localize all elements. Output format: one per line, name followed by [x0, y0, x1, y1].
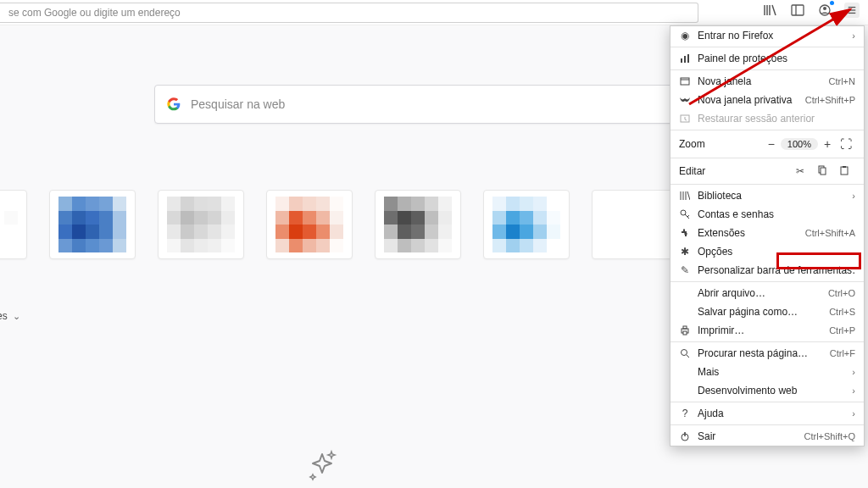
paste-icon[interactable] — [833, 165, 855, 178]
separator — [670, 69, 864, 70]
svg-rect-14 — [821, 168, 826, 175]
power-icon — [679, 431, 691, 441]
topsite-tile-empty[interactable] — [592, 190, 678, 259]
sparkle-icon — [305, 449, 339, 483]
menu-print[interactable]: Imprimir… Ctrl+P — [670, 321, 864, 340]
menu-signin[interactable]: ◉ Entrar no Firefox › — [670, 26, 864, 45]
search-placeholder: Pesquisar na web — [191, 97, 684, 111]
puzzle-icon — [679, 228, 691, 238]
hamburger-menu-icon[interactable] — [844, 3, 860, 18]
chevron-right-icon: › — [852, 385, 855, 396]
separator — [670, 47, 864, 47]
search-icon — [679, 348, 691, 358]
menu-logins[interactable]: Contas e senhas — [670, 205, 864, 224]
chevron-right-icon: › — [852, 30, 855, 41]
menu-more[interactable]: Mais › — [670, 363, 864, 381]
separator — [670, 130, 864, 130]
url-placeholder: se com Google ou digite um endereço — [8, 7, 181, 19]
app-menu-panel: ◉ Entrar no Firefox › Painel de proteçõe… — [670, 25, 865, 446]
web-search-box[interactable]: Pesquisar na web → — [154, 85, 714, 124]
zoom-in-button[interactable]: + — [818, 137, 837, 151]
address-bar[interactable]: se com Google ou digite um endereço — [0, 3, 698, 23]
menu-webdev[interactable]: Desenvolvimento web › — [670, 381, 864, 400]
library-icon[interactable] — [763, 3, 778, 18]
key-icon — [679, 209, 691, 219]
fullscreen-icon[interactable]: ⛶ — [837, 137, 855, 151]
copy-icon[interactable] — [811, 165, 833, 178]
printer-icon — [679, 325, 691, 336]
menu-new-window[interactable]: Nova janela Ctrl+N — [670, 72, 864, 91]
zoom-level[interactable]: 100% — [781, 138, 818, 150]
menu-quit[interactable]: Sair Ctrl+Shift+Q — [670, 427, 864, 446]
svg-point-3 — [823, 7, 826, 10]
topsite-tile[interactable] — [158, 190, 244, 259]
menu-find[interactable]: Procurar nesta página… Ctrl+F — [670, 344, 864, 363]
mask-icon — [679, 97, 691, 103]
chart-icon — [679, 53, 691, 64]
menu-open-file[interactable]: Abrir arquivo… Ctrl+O — [670, 284, 864, 302]
svg-rect-19 — [683, 326, 687, 329]
menu-zoom-row: Zoom − 100% + ⛶ — [670, 132, 864, 156]
brush-icon: ✎ — [679, 264, 691, 276]
chevron-right-icon: › — [852, 367, 855, 377]
separator — [670, 341, 864, 342]
svg-rect-7 — [681, 58, 682, 63]
menu-protections[interactable]: Painel de proteções — [670, 49, 864, 68]
svg-rect-9 — [687, 54, 689, 63]
svg-rect-10 — [681, 78, 689, 85]
svg-rect-15 — [841, 167, 848, 175]
menu-save-as[interactable]: Salvar página como… Ctrl+S — [670, 302, 864, 321]
library-icon — [679, 191, 691, 201]
chevron-right-icon: › — [852, 191, 855, 201]
svg-line-22 — [687, 355, 689, 358]
svg-rect-16 — [843, 166, 846, 168]
svg-rect-20 — [683, 331, 687, 335]
svg-point-21 — [682, 350, 687, 356]
topsite-tile[interactable] — [483, 190, 570, 259]
menu-restore-session: Restaurar sessão anterior — [670, 109, 864, 128]
sidebar-icon[interactable] — [790, 3, 805, 18]
topsite-tile[interactable] — [49, 190, 136, 259]
separator — [670, 424, 864, 425]
cut-icon[interactable]: ✂ — [789, 165, 811, 177]
menu-options[interactable]: ✱ Opções — [670, 242, 864, 261]
google-logo-icon — [167, 97, 181, 111]
separator — [670, 281, 864, 282]
menu-customize[interactable]: ✎ Personalizar barra de ferramentas… — [670, 261, 864, 280]
account-icon[interactable] — [817, 3, 832, 18]
browser-toolbar: se com Google ou digite um endereço — [0, 0, 868, 25]
svg-rect-8 — [684, 56, 686, 63]
chevron-right-icon: › — [852, 408, 855, 419]
menu-library[interactable]: Biblioteca › — [670, 186, 864, 205]
help-icon: ? — [679, 408, 691, 419]
menu-addons[interactable]: Extensões Ctrl+Shift+A — [670, 224, 864, 242]
topsite-tile[interactable] — [266, 190, 353, 259]
zoom-out-button[interactable]: − — [762, 137, 781, 151]
svg-rect-0 — [792, 5, 804, 15]
window-icon — [679, 76, 691, 86]
account-icon: ◉ — [679, 30, 691, 42]
menu-edit-row: Editar ✂ — [670, 160, 864, 182]
separator — [670, 184, 864, 185]
gear-icon: ✱ — [679, 246, 691, 258]
menu-new-private[interactable]: Nova janela privativa Ctrl+Shift+P — [670, 91, 864, 109]
separator — [670, 402, 864, 402]
chevron-down-icon: ⌄ — [13, 311, 20, 322]
restore-icon — [679, 114, 691, 124]
topsite-tile[interactable] — [375, 190, 461, 259]
topsite-tile[interactable] — [0, 190, 27, 259]
menu-help[interactable]: ? Ajuda › — [670, 404, 864, 423]
separator — [670, 158, 864, 158]
